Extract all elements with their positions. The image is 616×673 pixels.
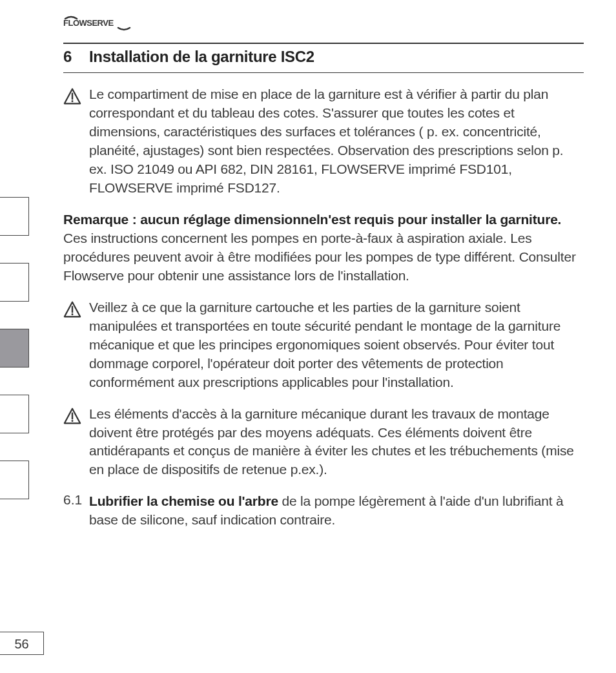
section-number: 6 — [63, 48, 89, 66]
paragraph-compartment-text: Le compartiment de mise en place de la g… — [89, 85, 584, 198]
remark-rest: Ces instructions concernent les pompes e… — [63, 231, 576, 283]
subsection-number: 6.1 — [63, 492, 89, 530]
subsection-6-1: 6.1 Lubrifier la chemise ou l'arbre de l… — [63, 492, 584, 530]
side-tab-1 — [0, 197, 29, 236]
paragraph-cartouche: Veillez à ce que la garniture cartouche … — [63, 298, 584, 392]
paragraph-cartouche-text: Veillez à ce que la garniture cartouche … — [89, 298, 584, 392]
warning-icon — [63, 96, 81, 107]
remark-lead: Remarque : aucun réglage dimensionneln'e… — [63, 212, 561, 227]
paragraph-compartment: Le compartiment de mise en place de la g… — [63, 85, 584, 198]
svg-point-2 — [72, 100, 74, 102]
rule-top — [63, 43, 584, 44]
paragraph-acces: Les éléments d'accès à la garniture méca… — [63, 405, 584, 480]
subsection-lead: Lubrifier la chemise ou l'arbre — [89, 493, 278, 508]
side-tab-2 — [0, 263, 29, 302]
side-tabs — [0, 197, 29, 526]
page-number: 56 — [0, 632, 44, 655]
rule-under-title — [63, 72, 584, 73]
paragraph-acces-text: Les éléments d'accès à la garniture méca… — [89, 405, 584, 480]
section-title-text: Installation de la garniture ISC2 — [89, 48, 314, 66]
page: 56 FLOWSERVE 6 Installation de la garnit… — [0, 0, 616, 673]
side-tab-3-active — [0, 329, 29, 368]
side-tab-4 — [0, 395, 29, 433]
warning-icon — [63, 415, 81, 426]
brand-text: FLOWSERVE — [63, 18, 114, 28]
paragraph-remark: Remarque : aucun réglage dimensionneln'e… — [63, 211, 584, 285]
brand-logo: FLOWSERVE — [63, 14, 134, 35]
body: Le compartiment de mise en place de la g… — [63, 85, 584, 543]
svg-point-5 — [72, 313, 74, 315]
side-tab-5 — [0, 461, 29, 499]
warning-icon — [63, 309, 81, 320]
svg-point-8 — [72, 420, 74, 422]
section-heading: 6 Installation de la garniture ISC2 — [63, 48, 584, 66]
